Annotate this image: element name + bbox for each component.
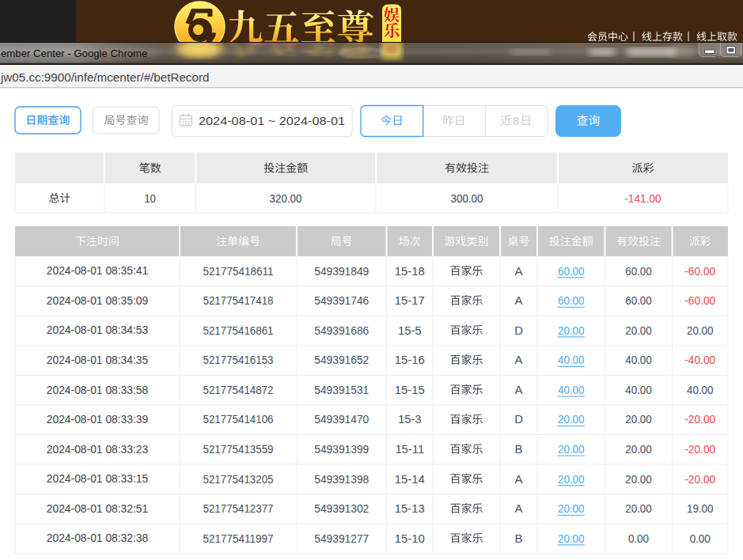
svg-text:A: A <box>515 384 523 396</box>
svg-text:549391470: 549391470 <box>314 413 369 426</box>
svg-text:549391399: 549391399 <box>314 443 369 456</box>
svg-text:2024-08-01 08:33:15: 2024-08-01 08:33:15 <box>47 472 149 485</box>
svg-text:15-16: 15-16 <box>395 354 425 366</box>
svg-text:ember Center - Google Chrome: ember Center - Google Chrome <box>1 47 147 59</box>
svg-text:15-14: 15-14 <box>395 473 425 486</box>
svg-text:2024-08-01 08:33:58: 2024-08-01 08:33:58 <box>47 384 149 396</box>
svg-text:2024-08-01 08:32:38: 2024-08-01 08:32:38 <box>47 532 149 544</box>
svg-text:-141.00: -141.00 <box>624 192 661 205</box>
svg-text:2024-08-01 ~ 2024-08-01: 2024-08-01 ~ 2024-08-01 <box>199 114 345 127</box>
svg-text:549391277: 549391277 <box>314 532 369 545</box>
svg-text:40.00: 40.00 <box>558 354 585 366</box>
svg-text:20.00: 20.00 <box>625 324 652 337</box>
svg-text:10: 10 <box>144 192 156 205</box>
svg-text:15-17: 15-17 <box>395 294 425 307</box>
svg-text:40.00: 40.00 <box>558 384 585 396</box>
svg-text:521775412377: 521775412377 <box>203 502 274 515</box>
svg-text:60.00: 60.00 <box>558 265 585 278</box>
svg-text:549391652: 549391652 <box>314 354 369 366</box>
svg-text:521775414872: 521775414872 <box>203 384 274 396</box>
svg-text:521775414106: 521775414106 <box>203 413 274 426</box>
svg-text:15-13: 15-13 <box>395 502 425 515</box>
svg-text:20.00: 20.00 <box>558 443 585 456</box>
svg-text:-20.00: -20.00 <box>684 443 715 456</box>
svg-text:60.00: 60.00 <box>558 294 585 307</box>
svg-text:549391398: 549391398 <box>314 473 369 486</box>
svg-text:A: A <box>515 294 523 307</box>
svg-text:20.00: 20.00 <box>625 473 652 486</box>
svg-text:-20.00: -20.00 <box>684 473 715 486</box>
svg-text:A: A <box>515 473 523 486</box>
svg-text:2024-08-01 08:34:53: 2024-08-01 08:34:53 <box>47 324 149 336</box>
svg-text:A: A <box>515 354 523 366</box>
svg-text:15-18: 15-18 <box>395 265 425 278</box>
svg-text:15-11: 15-11 <box>395 443 424 456</box>
svg-text:521775413559: 521775413559 <box>203 443 274 456</box>
svg-text:-60.00: -60.00 <box>684 294 715 307</box>
svg-text:60.00: 60.00 <box>625 265 652 278</box>
svg-text:300.00: 300.00 <box>451 192 483 205</box>
svg-text:15-15: 15-15 <box>395 384 425 396</box>
svg-text:15-10: 15-10 <box>395 532 425 545</box>
svg-text:521775416861: 521775416861 <box>203 324 274 337</box>
svg-text:549391746: 549391746 <box>314 294 369 307</box>
svg-text:A: A <box>515 502 523 515</box>
svg-text:20.00: 20.00 <box>625 502 652 515</box>
svg-text:0.00: 0.00 <box>628 532 649 545</box>
svg-text:2024-08-01 08:33:23: 2024-08-01 08:33:23 <box>47 443 149 456</box>
svg-text:2024-08-01 08:35:41: 2024-08-01 08:35:41 <box>47 264 149 277</box>
svg-text:2024-08-01 08:35:09: 2024-08-01 08:35:09 <box>47 294 149 307</box>
svg-text:549391686: 549391686 <box>314 324 369 337</box>
svg-text:-60.00: -60.00 <box>684 265 715 278</box>
svg-text:D: D <box>514 413 523 426</box>
svg-text:jw05.cc:9900/infe/mcenter/#/be: jw05.cc:9900/infe/mcenter/#/betRecord <box>0 70 209 84</box>
svg-text:521775417418: 521775417418 <box>203 294 274 307</box>
svg-text:15-3: 15-3 <box>398 413 422 426</box>
svg-text:-40.00: -40.00 <box>684 354 715 366</box>
svg-text:40.00: 40.00 <box>687 384 714 396</box>
svg-text:8: 8 <box>513 114 519 127</box>
svg-text:549391531: 549391531 <box>314 384 369 396</box>
svg-text:19.00: 19.00 <box>687 502 714 515</box>
svg-text:549391849: 549391849 <box>314 265 369 278</box>
svg-text:20.00: 20.00 <box>558 324 585 337</box>
svg-text:0.00: 0.00 <box>690 532 711 545</box>
svg-text:2024-08-01 08:32:51: 2024-08-01 08:32:51 <box>47 502 149 515</box>
svg-text:20.00: 20.00 <box>558 532 585 545</box>
svg-text:15-5: 15-5 <box>398 324 422 337</box>
svg-text:40.00: 40.00 <box>625 384 652 396</box>
svg-text:320.00: 320.00 <box>270 192 302 205</box>
svg-text:20.00: 20.00 <box>687 324 714 337</box>
svg-text:20.00: 20.00 <box>625 413 652 426</box>
svg-text:-20.00: -20.00 <box>684 413 715 426</box>
svg-text:40.00: 40.00 <box>625 354 652 366</box>
svg-text:521775416153: 521775416153 <box>203 354 274 366</box>
svg-text:60.00: 60.00 <box>625 294 652 307</box>
svg-text:20.00: 20.00 <box>558 502 585 515</box>
svg-text:20.00: 20.00 <box>625 443 652 456</box>
svg-text:521775413205: 521775413205 <box>203 473 274 486</box>
svg-text:549391302: 549391302 <box>314 502 369 515</box>
svg-text:B: B <box>515 532 523 545</box>
svg-text:D: D <box>514 324 523 337</box>
svg-text:521775418611: 521775418611 <box>203 265 274 278</box>
svg-text:A: A <box>515 265 523 278</box>
svg-text:2024-08-01 08:33:39: 2024-08-01 08:33:39 <box>47 413 149 426</box>
svg-text:521775411997: 521775411997 <box>203 532 274 545</box>
svg-text:20.00: 20.00 <box>558 413 585 426</box>
svg-text:2024-08-01 08:34:35: 2024-08-01 08:34:35 <box>47 354 149 366</box>
svg-text:20.00: 20.00 <box>558 473 585 486</box>
svg-text:B: B <box>515 443 523 456</box>
